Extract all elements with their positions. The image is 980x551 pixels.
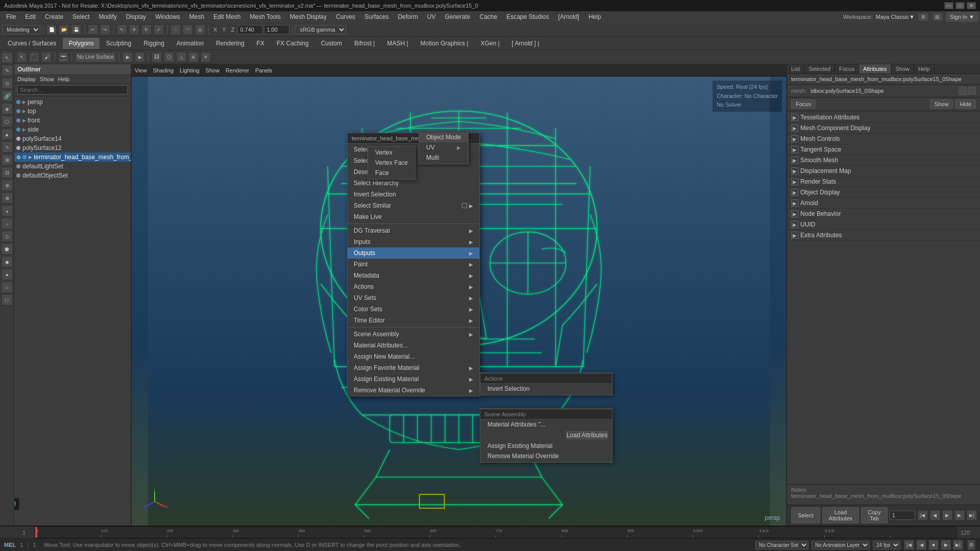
rp-tab-focus[interactable]: Focus (835, 64, 859, 73)
attr-expand-mesh-controls[interactable]: ▶ (791, 135, 798, 142)
ctx-time-editor[interactable]: Time Editor ▶ (348, 315, 479, 326)
tool10-btn[interactable]: ● (2, 269, 13, 280)
outliner-menu-show[interactable]: Show (40, 76, 54, 82)
save-icon[interactable]: 💾 (71, 24, 81, 35)
tab-fx[interactable]: FX (251, 38, 270, 49)
ctx-metadata[interactable]: Metadata ▶ (348, 270, 479, 281)
menu-display[interactable]: Display (122, 12, 150, 21)
rp-focus-btn[interactable]: Focus (791, 99, 816, 109)
rp-hide-btn[interactable]: Hide (955, 99, 976, 109)
panels-menu[interactable]: Panels (255, 67, 273, 73)
gamma-select[interactable]: sRGB gamma (295, 25, 346, 34)
rp-tab-attributes[interactable]: Attributes (859, 64, 891, 73)
playback-settings-btn[interactable]: ⚙ (967, 540, 975, 550)
rp-nav-next[interactable]: ▶ (954, 510, 965, 520)
rp-page-input[interactable] (890, 511, 915, 520)
menu-cache[interactable]: Cache (475, 12, 501, 21)
mode-select[interactable]: Modeling (2, 25, 40, 34)
redo-icon[interactable]: ↪ (100, 24, 110, 35)
lighting-menu[interactable]: Lighting (180, 67, 200, 73)
attr-expand-object-display[interactable]: ▶ (791, 189, 798, 196)
attr-expand-tangent-space[interactable]: ▶ (791, 146, 798, 153)
tab-rendering[interactable]: Rendering (210, 38, 250, 49)
rp-tab-selected[interactable]: Selected (804, 64, 835, 73)
menu-help[interactable]: Help (584, 12, 605, 21)
menu-surfaces[interactable]: Surfaces (360, 12, 393, 21)
menu-mesh-tools[interactable]: Mesh Tools (246, 12, 285, 21)
menu-edit-mesh[interactable]: Edit Mesh (209, 12, 244, 21)
tab-bifrost[interactable]: Bifrost | (349, 38, 380, 49)
ctx-material-attributes[interactable]: Material Attributes... (348, 340, 479, 351)
sm-face[interactable]: Face (368, 168, 415, 178)
x-field[interactable] (237, 25, 263, 34)
sm-vertex[interactable]: Vertex (368, 147, 415, 158)
sm-invert-selection[interactable]: Invert Selection (480, 384, 612, 394)
menu-escape[interactable]: Escape Studios (502, 12, 553, 21)
tab-xgen[interactable]: XGen | (475, 38, 505, 49)
menu-curves[interactable]: Curves (332, 12, 359, 21)
crease-btn[interactable]: ∿ (2, 141, 13, 153)
outliner-menu-display[interactable]: Display (17, 76, 36, 82)
menu-modify[interactable]: Modify (94, 12, 120, 21)
move-icon[interactable]: ✛ (129, 24, 139, 35)
menu-create[interactable]: Create (41, 12, 67, 21)
ctx-scene-assembly[interactable]: Scene Assembly ▶ (348, 329, 479, 340)
tab-fx-caching[interactable]: FX Caching (271, 38, 314, 49)
menu-deform[interactable]: Deform (394, 12, 422, 21)
tab-arnold[interactable]: [ Arnold ] | (506, 38, 545, 49)
close-button[interactable]: ✕ (967, 2, 976, 9)
rp-select-btn[interactable]: Select (791, 507, 820, 523)
tool5-btn[interactable]: ⬥ (2, 205, 13, 216)
tree-item-side[interactable]: ▶ side (14, 125, 131, 134)
attr-expand-node-behavior[interactable]: ▶ (791, 210, 798, 217)
tool9-btn[interactable]: ◆ (2, 256, 13, 267)
attr-render-stats[interactable]: ▶ Render Stats (787, 177, 980, 187)
rp-tab-help[interactable]: Help (914, 64, 935, 73)
workspace-icon[interactable]: ⊞ (918, 12, 929, 21)
attr-tangent-space[interactable]: ▶ Tangent Space (787, 144, 980, 155)
menu-arnold[interactable]: [Arnold] (554, 12, 583, 21)
rp-copy-tab-btn[interactable]: Copy Tab (861, 507, 888, 523)
open-icon[interactable]: 📂 (59, 24, 69, 35)
lasso-icon[interactable]: ⬛ (29, 52, 39, 62)
ctx-remove-material[interactable]: Remove Material Override ▶ (348, 385, 479, 396)
attr-expand-mesh-component[interactable]: ▶ (791, 124, 798, 132)
y-field[interactable] (264, 25, 289, 34)
tree-item-polysurface14[interactable]: polySurface14 (14, 134, 131, 143)
menu-file[interactable]: File (2, 12, 20, 21)
select-tool-icon[interactable]: ↖ (17, 52, 27, 62)
show-subdiv-icon[interactable]: △ (176, 52, 186, 62)
attr-arnold[interactable]: ▶ Arnold (787, 198, 980, 209)
attr-smooth-mesh[interactable]: ▶ Smooth Mesh (787, 155, 980, 166)
ctx-invert-selection[interactable]: Invert Selection (348, 189, 479, 200)
rp-nav-first[interactable]: |◀ (918, 510, 928, 520)
tool2-btn[interactable]: ⊟ (2, 167, 13, 178)
tool11-btn[interactable]: ○ (2, 282, 13, 293)
tab-mash[interactable]: MASH | (381, 38, 413, 49)
attr-displacement-map[interactable]: ▶ Displacement Map (787, 166, 980, 177)
menu-uv[interactable]: UV (423, 12, 440, 21)
layout-icon[interactable]: ▤ (932, 12, 943, 21)
snap-point-icon[interactable]: ◎ (195, 24, 205, 35)
show-menu[interactable]: Show (206, 67, 220, 73)
attr-node-behavior[interactable]: ▶ Node Behavior (787, 209, 980, 219)
play-back-end-btn[interactable]: |◀ (904, 540, 914, 550)
tree-item-persp[interactable]: ▶ persp (14, 97, 131, 107)
tool3-btn[interactable]: ⊕ (2, 180, 13, 191)
paint-btn[interactable]: ✎ (2, 65, 13, 76)
anim-layer-select[interactable]: No Animation Layer (812, 541, 870, 549)
rp-load-attr-btn[interactable]: Load Attributes (822, 507, 859, 523)
paint-sel-icon[interactable]: 🖌 (41, 52, 52, 62)
ctx-inputs[interactable]: Inputs ▶ (348, 236, 479, 247)
maximize-button[interactable]: □ (955, 2, 965, 9)
smooth-btn[interactable]: ▲ (2, 129, 13, 140)
attr-expand-tessellation[interactable]: ▶ (791, 114, 798, 121)
tree-item-polysurface12[interactable]: polySurface12 (14, 143, 131, 153)
select-mode-btn[interactable]: ↖ (2, 52, 13, 63)
undo-icon[interactable]: ↩ (88, 24, 98, 35)
show-poly-icon[interactable]: ⬡ (164, 52, 174, 62)
rp-nav-last[interactable]: ▶| (967, 510, 977, 520)
menu-windows[interactable]: Windows (151, 12, 184, 21)
attr-tessellation[interactable]: ▶ Tessellation Attributes (787, 112, 980, 123)
ctx-paint[interactable]: Paint ▶ (348, 259, 479, 270)
